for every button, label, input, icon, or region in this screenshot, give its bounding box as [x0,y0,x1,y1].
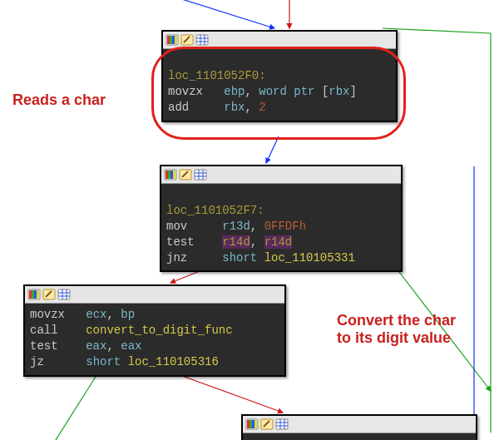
separator: , [245,101,259,114]
palette-icon[interactable] [164,169,177,180]
svg-rect-3 [172,36,175,44]
operand-hl: r14d [264,235,293,249]
operand-ref: loc_110105331 [264,251,355,264]
grid-icon[interactable] [57,289,71,300]
operand-imm: 0FFDFh [264,220,306,233]
node-header [25,286,284,304]
svg-rect-25 [254,420,257,428]
operand-dst: ebp [224,85,245,98]
mnemonic: test [30,339,58,353]
svg-rect-20 [58,289,70,299]
keyword: short [222,251,264,264]
operand-a: eax [86,339,106,353]
operand-hl: r14d [222,235,250,249]
svg-rect-23 [250,420,252,428]
svg-rect-4 [175,36,177,44]
operand-imm: 2 [259,101,265,114]
svg-rect-1 [167,36,170,44]
grid-icon[interactable] [195,34,209,46]
separator: , [250,235,264,249]
svg-rect-27 [276,419,288,429]
svg-rect-22 [247,420,250,428]
svg-rect-13 [195,170,206,180]
svg-rect-10 [170,171,173,179]
label: loc_1101052F0: [168,69,266,82]
edit-icon[interactable] [179,169,192,180]
svg-rect-18 [37,290,39,299]
mnemonic: mov [166,220,187,233]
mnemonic: movzx [30,308,65,321]
svg-rect-8 [166,171,168,179]
node-body [243,433,476,440]
separator: , [106,339,121,353]
node-body: movzx ecx, bp call convert_to_digit_func… [25,304,284,375]
operand-ref: loc_110105316 [128,355,219,368]
svg-rect-6 [196,35,208,45]
svg-rect-9 [168,171,170,179]
operand-dst: r13d [222,220,250,233]
mnemonic: movzx [168,85,203,98]
cfg-node-partial[interactable] [241,414,477,440]
svg-rect-11 [173,171,175,179]
edit-icon[interactable] [260,418,274,430]
annotation-reads-char: Reads a char [12,91,106,109]
label: loc_1101052F7: [166,204,264,217]
node-header [161,166,401,184]
operand-src: bp [121,308,135,321]
grid-icon[interactable] [194,169,207,180]
node-header [243,416,476,433]
separator: , [245,85,259,98]
annotation-convert-char: Convert the char to its digit value [337,312,456,347]
keyword: short [86,355,127,368]
mnemonic: test [166,235,195,249]
palette-icon[interactable] [166,34,179,46]
operand-dst: ecx [86,308,106,321]
palette-icon[interactable] [245,418,259,430]
svg-rect-24 [252,420,254,428]
separator: , [250,220,264,233]
svg-rect-17 [34,290,37,299]
mnemonic: call [30,324,58,337]
cfg-node-loc-1101052F7[interactable]: loc_1101052F7: mov r13d, 0FFDFh test r14… [160,165,403,272]
operand-reg: rbx [329,85,349,98]
node-header [163,32,396,49]
keyword: word ptr [259,85,322,98]
cfg-node-loc-1101052F0[interactable]: loc_1101052F0: movzx ebp, word ptr [rbx]… [161,30,398,122]
palette-icon[interactable] [27,289,41,300]
operand-func: convert_to_digit_func [86,324,232,337]
svg-rect-2 [170,36,172,44]
mnemonic: add [168,101,189,114]
bracket-close: ] [350,85,357,98]
cfg-node-convert[interactable]: movzx ecx, bp call convert_to_digit_func… [23,284,286,377]
operand-dst: rbx [224,101,245,114]
operand-b: eax [121,339,141,353]
node-body: loc_1101052F7: mov r13d, 0FFDFh test r14… [161,184,401,270]
mnemonic: jnz [166,251,187,264]
grid-icon[interactable] [275,418,289,430]
mnemonic: jz [30,355,44,368]
separator: , [106,308,121,321]
node-body: loc_1101052F0: movzx ebp, word ptr [rbx]… [163,49,396,121]
edit-icon[interactable] [42,289,56,300]
svg-rect-16 [32,290,34,299]
svg-rect-15 [29,290,32,299]
edit-icon[interactable] [180,34,194,46]
